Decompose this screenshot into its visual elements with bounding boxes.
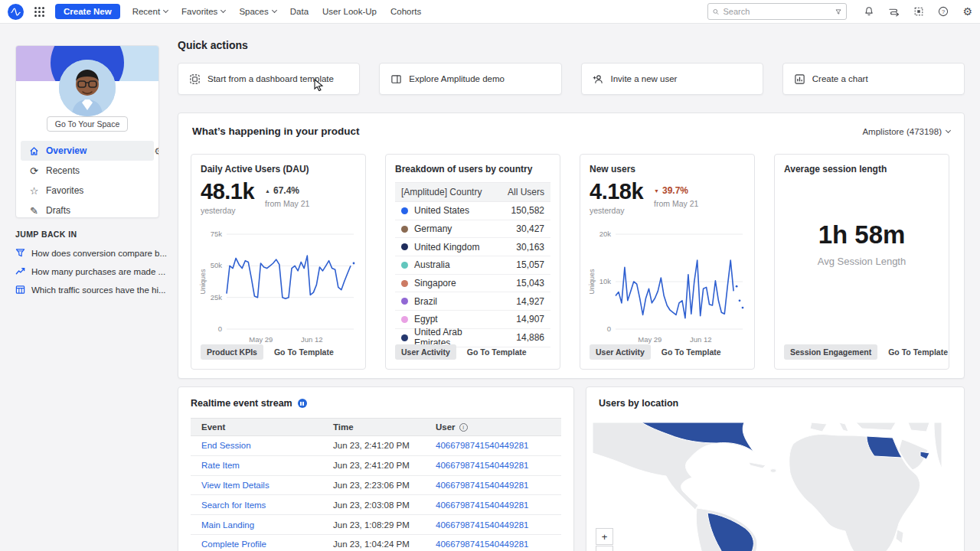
nav-user-lookup[interactable]: User Look-Up — [321, 4, 378, 19]
sidebar-item-drafts[interactable]: ✎ Drafts — [21, 201, 154, 218]
country-row[interactable]: Germany30,427 — [395, 220, 550, 239]
dashboard-template-icon — [189, 73, 201, 85]
svg-text:Uniques: Uniques — [588, 269, 596, 295]
apps-grid-icon[interactable] — [34, 7, 44, 17]
event-link[interactable]: Search for Items — [191, 500, 333, 510]
user-avatar[interactable] — [59, 60, 116, 116]
event-row: View Item DetailsJun 23, 2:23:06 PM40667… — [191, 476, 561, 496]
sidebar-item-overview[interactable]: Overview ⚙ — [21, 141, 154, 161]
quick-action-create-chart[interactable]: Create a chart — [782, 63, 965, 95]
country-dot — [401, 334, 408, 341]
country-dot — [401, 316, 408, 323]
help-icon[interactable]: ? — [938, 6, 949, 17]
new-users-go-to-template-link[interactable]: Go To Template — [662, 347, 721, 357]
nav-cohorts[interactable]: Cohorts — [389, 4, 423, 19]
select-area-icon[interactable] — [913, 6, 924, 17]
nav-recent[interactable]: Recent — [131, 4, 169, 19]
pencil-icon: ✎ — [28, 205, 40, 217]
country-row[interactable]: United States150,582 — [395, 202, 550, 220]
country-tag-chip[interactable]: User Activity — [395, 344, 456, 360]
amplitude-logo[interactable] — [8, 4, 24, 20]
jump-item-purchases[interactable]: How many purchases are made ... — [15, 266, 168, 276]
country-dot — [401, 226, 408, 233]
quick-action-dashboard-template[interactable]: Start from a dashboard template — [178, 63, 360, 95]
new-users-tag-chip[interactable]: User Activity — [590, 344, 651, 360]
event-row: Search for ItemsJun 23, 2:03:08 PM406679… — [191, 495, 561, 515]
notifications-bell-icon[interactable] — [864, 6, 874, 17]
dau-tag-chip[interactable]: Product KPIs — [201, 344, 263, 360]
session-length-card: Average session length 1h 58m Avg Sessio… — [774, 154, 949, 370]
event-row: Complete ProfileJun 23, 1:04:24 PM406679… — [191, 535, 561, 551]
pause-live-icon[interactable] — [298, 399, 307, 408]
line-chart-icon — [15, 266, 25, 276]
event-link[interactable]: Rate Item — [191, 461, 333, 470]
sidebar-item-recents[interactable]: ⟳ Recents — [21, 161, 154, 181]
svg-text:Jun 12: Jun 12 — [690, 335, 712, 344]
dau-delta-caption: from May 21 — [265, 199, 309, 208]
home-icon — [28, 146, 40, 156]
map-zoom-out-button[interactable]: − — [596, 546, 613, 551]
filter-funnel-icon[interactable] — [835, 8, 841, 16]
jump-item-traffic[interactable]: Which traffic sources have the hi... — [15, 285, 168, 295]
table-chart-icon — [15, 285, 25, 295]
new-users-delta-caption: from May 21 — [654, 199, 698, 208]
search-box[interactable] — [707, 3, 847, 20]
country-go-to-template-link[interactable]: Go To Template — [467, 347, 527, 357]
dau-go-to-template-link[interactable]: Go To Template — [274, 347, 334, 357]
svg-text:?: ? — [942, 8, 945, 15]
dau-delta: ▲ 67.4% — [265, 185, 309, 196]
quick-actions-row: Start from a dashboard template Explore … — [178, 63, 965, 95]
country-dot — [401, 262, 408, 269]
country-table: [Amplitude] Country All Users United Sta… — [395, 182, 550, 347]
session-go-to-template-link[interactable]: Go To Template — [888, 347, 948, 357]
nav-data[interactable]: Data — [289, 4, 310, 19]
journeys-path-icon[interactable] — [888, 7, 900, 17]
info-icon[interactable]: i — [459, 423, 468, 432]
user-id-link[interactable]: 4066798741540449281 — [425, 481, 561, 490]
svg-text:20k: 20k — [599, 230, 612, 238]
country-row[interactable]: Brazil14,927 — [395, 292, 550, 311]
session-tag-chip[interactable]: Session Engagement — [784, 344, 877, 360]
nav-favorites[interactable]: Favorites — [180, 4, 227, 19]
project-selector[interactable]: Amplistore (473198) — [862, 127, 950, 136]
overview-settings-gear-icon[interactable]: ⚙ — [154, 145, 159, 157]
world-map[interactable] — [593, 422, 942, 551]
chevron-down-icon — [220, 8, 226, 13]
country-breakdown-card: Breakdown of users by country [Amplitude… — [385, 154, 560, 370]
realtime-event-stream-panel: Realtime event stream Event Time User i … — [178, 386, 574, 551]
quick-actions-title: Quick actions — [178, 39, 248, 51]
user-id-link[interactable]: 4066798741540449281 — [425, 461, 561, 470]
event-row: Rate ItemJun 23, 2:41:20 PM4066798741540… — [191, 456, 561, 476]
quick-action-invite-user[interactable]: Invite a new user — [581, 63, 763, 95]
dau-value: 48.1k — [201, 181, 254, 203]
event-table: Event Time User i End SessionJun 23, 2:4… — [191, 418, 561, 551]
user-id-link[interactable]: 4066798741540449281 — [425, 441, 561, 450]
nav-spaces[interactable]: Spaces — [237, 4, 277, 19]
new-users-chart: 010k20kMay 29Jun 12Uniques — [586, 228, 749, 352]
search-input[interactable] — [723, 7, 831, 16]
country-row[interactable]: United Kingdom30,163 — [395, 238, 550, 256]
map-zoom-in-button[interactable]: + — [596, 528, 613, 545]
event-link[interactable]: Main Landing — [191, 520, 333, 530]
session-length-value: 1h 58m — [775, 220, 949, 249]
event-link[interactable]: End Session — [191, 441, 333, 450]
event-link[interactable]: Complete Profile — [191, 540, 333, 549]
user-id-link[interactable]: 4066798741540449281 — [425, 540, 561, 549]
create-new-button[interactable]: Create New — [55, 4, 120, 19]
country-dot — [401, 298, 408, 305]
new-users-value: 4.18k — [590, 181, 643, 203]
event-row: End SessionJun 23, 2:41:20 PM40667987415… — [191, 436, 561, 456]
svg-text:0: 0 — [607, 324, 611, 333]
quick-action-explore-demo[interactable]: Explore Amplitude demo — [379, 63, 561, 95]
go-to-your-space-button[interactable]: Go To Your Space — [47, 116, 128, 132]
settings-gear-icon[interactable]: ⚙ — [962, 5, 972, 18]
user-id-link[interactable]: 4066798741540449281 — [425, 520, 561, 530]
user-id-link[interactable]: 4066798741540449281 — [425, 500, 561, 510]
create-chart-icon — [794, 73, 805, 85]
country-row[interactable]: Singapore15,043 — [395, 275, 550, 293]
sidebar-item-favorites[interactable]: ☆ Favorites — [21, 181, 154, 201]
country-row[interactable]: Australia15,057 — [395, 256, 550, 275]
jump-item-conversion[interactable]: How does conversion compare b... — [15, 248, 168, 258]
event-link[interactable]: View Item Details — [191, 481, 333, 490]
svg-text:75k: 75k — [211, 230, 223, 238]
